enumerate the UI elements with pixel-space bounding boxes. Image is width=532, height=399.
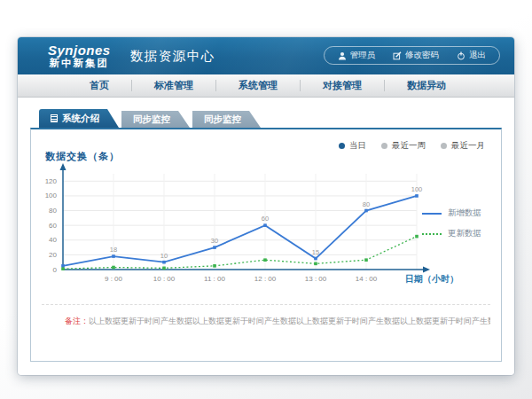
content-area: 系统介绍同步监控同步监控 当日最近一周最近一月 数据交换（条） 02040608… bbox=[18, 98, 514, 362]
tab-2[interactable]: 同步监控 bbox=[192, 111, 261, 128]
data-label: 80 bbox=[363, 200, 370, 208]
y-tick-label: 120 bbox=[45, 177, 58, 185]
nav-bar: 首页标准管理系统管理对接管理数据异动 bbox=[18, 74, 514, 98]
x-tick-label: 11 : 00 bbox=[204, 275, 225, 283]
data-point bbox=[213, 246, 216, 249]
logo-text-en: Synjones bbox=[48, 43, 111, 58]
legend-label: 更新数据 bbox=[448, 228, 481, 239]
tab-label: 系统介绍 bbox=[62, 113, 99, 125]
data-point bbox=[213, 264, 216, 268]
user-menu: 管理员 修改密码 退出 bbox=[324, 46, 501, 65]
tab-label: 同步监控 bbox=[204, 113, 241, 126]
x-tick-label: 9 : 00 bbox=[105, 275, 123, 283]
note: 备注：以上数据更新于时间产生数据以上数据更新于时间产生数据以上数据更新于时间产生… bbox=[42, 304, 490, 327]
radio-label: 最近一周 bbox=[392, 140, 426, 152]
y-axis-label: 数据交换（条） bbox=[45, 150, 120, 163]
chart-legend: 新增数据更新数据 bbox=[422, 207, 481, 248]
y-tick-label: 0 bbox=[53, 266, 58, 274]
nav-item-1[interactable]: 标准管理 bbox=[132, 80, 216, 91]
data-label: 10 bbox=[160, 252, 168, 260]
x-axis-arrow bbox=[423, 267, 430, 273]
data-point bbox=[61, 264, 65, 268]
logo-text-cn: 新中新集团 bbox=[48, 58, 111, 68]
app-window: Synjones 新中新集团 数据资源中心 管理员 修改 bbox=[18, 37, 514, 375]
user-button[interactable]: 管理员 bbox=[338, 50, 376, 61]
edit-icon bbox=[393, 51, 402, 60]
app-header: Synjones 新中新集团 数据资源中心 管理员 修改 bbox=[18, 37, 514, 74]
data-point bbox=[364, 258, 368, 262]
data-point bbox=[364, 209, 368, 213]
y-tick-label: 20 bbox=[49, 251, 57, 259]
tab-0[interactable]: 系统介绍 bbox=[39, 109, 119, 128]
radio-dot bbox=[381, 143, 387, 149]
x-tick-label: 13 : 00 bbox=[305, 275, 327, 283]
data-label: 60 bbox=[262, 215, 269, 223]
tab-1[interactable]: 同步监控 bbox=[121, 111, 190, 128]
data-point bbox=[415, 194, 419, 198]
person-icon bbox=[338, 51, 347, 60]
chart-panel: 当日最近一周最近一月 数据交换（条） 0204060801001209 : 00… bbox=[30, 128, 502, 362]
data-point bbox=[263, 258, 267, 262]
nav-item-4[interactable]: 数据异动 bbox=[385, 80, 468, 91]
data-label: 15 bbox=[312, 248, 319, 256]
x-tick-label: 12 : 00 bbox=[254, 275, 277, 283]
data-label: 18 bbox=[110, 246, 117, 254]
radio-option-0[interactable]: 当日 bbox=[339, 140, 366, 152]
data-point bbox=[162, 267, 166, 270]
user-label: 管理员 bbox=[350, 50, 376, 61]
data-point bbox=[263, 223, 267, 227]
y-tick-label: 40 bbox=[49, 236, 57, 244]
nav-item-2[interactable]: 系统管理 bbox=[216, 80, 301, 91]
data-label: 100 bbox=[411, 185, 423, 193]
x-axis-label: 日期（小时） bbox=[405, 274, 458, 284]
document-icon bbox=[51, 114, 58, 122]
range-filter: 当日最近一周最近一月 bbox=[339, 140, 485, 152]
data-point bbox=[314, 262, 317, 266]
note-text: 以上数据更新于时间产生数据以上数据更新于时间产生数据以上数据更新于时间产生数据以… bbox=[89, 317, 490, 325]
data-point bbox=[162, 261, 166, 264]
legend-row-0: 新增数据 bbox=[422, 207, 481, 219]
y-tick-label: 100 bbox=[45, 192, 58, 200]
change-password-label: 修改密码 bbox=[405, 50, 439, 61]
tab-label: 同步监控 bbox=[133, 113, 170, 126]
x-tick-label: 10 : 00 bbox=[153, 275, 176, 283]
y-tick-label: 60 bbox=[49, 222, 57, 230]
radio-option-1[interactable]: 最近一周 bbox=[381, 140, 426, 152]
data-point bbox=[112, 266, 115, 270]
note-prefix-label: 备注： bbox=[65, 317, 89, 325]
page-title: 数据资源中心 bbox=[130, 48, 215, 65]
change-password-button[interactable]: 修改密码 bbox=[393, 50, 439, 61]
nav-item-3[interactable]: 对接管理 bbox=[301, 80, 385, 91]
radio-label: 当日 bbox=[349, 140, 366, 152]
legend-line-sample bbox=[422, 213, 442, 215]
y-axis-arrow bbox=[60, 163, 66, 170]
data-point bbox=[112, 254, 115, 258]
tab-bar: 系统介绍同步监控同步监控 bbox=[39, 109, 502, 128]
legend-row-1: 更新数据 bbox=[422, 228, 481, 239]
radio-option-2[interactable]: 最近一月 bbox=[441, 140, 485, 152]
brand-logo: Synjones 新中新集团 bbox=[48, 43, 111, 68]
radio-label: 最近一月 bbox=[451, 140, 485, 152]
data-point bbox=[314, 257, 317, 261]
legend-label: 新增数据 bbox=[448, 207, 481, 219]
page-background: Synjones 新中新集团 数据资源中心 管理员 修改 bbox=[0, 0, 532, 399]
nav-item-0[interactable]: 首页 bbox=[67, 80, 132, 91]
radio-dot bbox=[441, 143, 447, 149]
data-point bbox=[61, 267, 65, 270]
logout-button[interactable]: 退出 bbox=[457, 50, 486, 61]
logout-label: 退出 bbox=[469, 50, 486, 61]
power-icon bbox=[457, 51, 466, 60]
data-label: 30 bbox=[211, 237, 218, 245]
line-chart: 0204060801001209 : 0010 : 0011 : 0012 : … bbox=[26, 163, 462, 292]
x-tick-label: 14 : 00 bbox=[356, 275, 378, 283]
legend-line-sample bbox=[422, 233, 442, 235]
data-point bbox=[415, 235, 419, 239]
y-tick-label: 80 bbox=[49, 207, 57, 215]
radio-dot bbox=[339, 143, 345, 149]
